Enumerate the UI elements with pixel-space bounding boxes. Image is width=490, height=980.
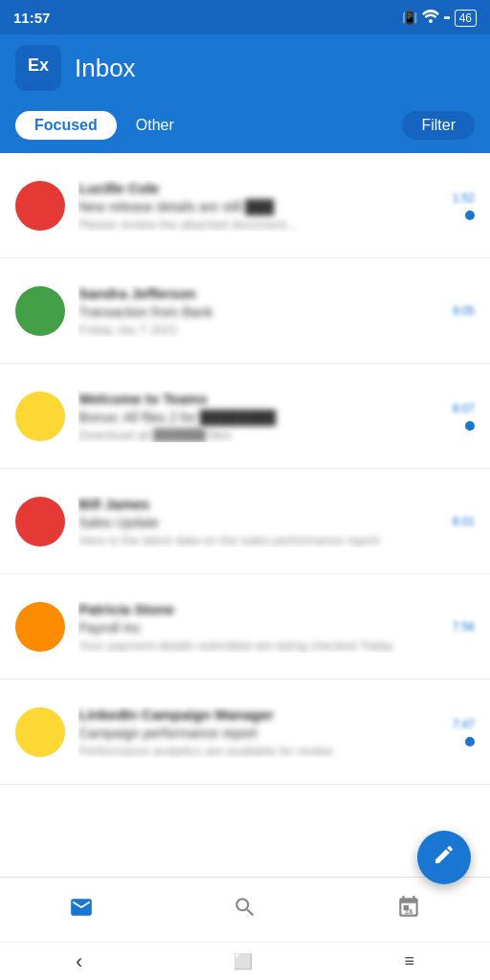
email-preview: Here is the latest data on the sales per…: [78, 533, 445, 547]
email-list: Lucille ColeNew release details are stil…: [0, 153, 490, 890]
compose-icon: [433, 843, 456, 872]
email-preview: Friday Jan 7 2021: [78, 323, 445, 337]
calendar-icon: 18: [396, 895, 421, 925]
search-icon: [233, 895, 257, 925]
email-preview: Download all ██████ files: [78, 428, 445, 442]
header: Ex Inbox: [0, 34, 490, 101]
email-meta: 8:01: [453, 515, 475, 528]
email-content: Welcome to TeamsBonus: All files 2 for █…: [78, 390, 445, 442]
nav-calendar[interactable]: 18: [326, 895, 490, 925]
filter-button[interactable]: Filter: [402, 111, 475, 140]
back-button[interactable]: ‹: [76, 949, 82, 974]
email-time: 8:01: [453, 515, 475, 528]
email-item[interactable]: LinkedIn Campaign ManagerCampaign perfor…: [0, 679, 490, 785]
email-time: 7:56: [453, 620, 475, 634]
email-sender: Bill James: [78, 496, 445, 512]
email-meta: 1:52: [453, 191, 475, 220]
svg-point-0: [429, 19, 433, 23]
vibrate-icon: 📳: [402, 11, 417, 25]
email-time: 1:52: [453, 191, 475, 205]
mail-icon: [69, 895, 94, 925]
email-preview: Your payment details submitted are being…: [78, 638, 445, 653]
email-sender: Sandra Jefferson: [78, 285, 445, 301]
avatar: [15, 181, 65, 231]
nav-search[interactable]: [164, 895, 327, 925]
email-meta: 9:05: [453, 304, 475, 318]
status-time: 11:57: [13, 10, 50, 26]
email-content: Lucille ColeNew release details are stil…: [78, 180, 445, 232]
email-sender: Welcome to Teams: [78, 390, 445, 407]
tab-other[interactable]: Other: [126, 111, 184, 140]
recents-button[interactable]: ≡: [404, 951, 414, 971]
email-meta: 7:47: [453, 718, 475, 746]
email-content: Bill JamesSales UpdateHere is the latest…: [78, 496, 445, 547]
email-time: 8:07: [453, 402, 475, 415]
email-time: 9:05: [453, 304, 475, 318]
avatar: [15, 707, 65, 757]
compose-fab[interactable]: [417, 831, 471, 884]
avatar: [15, 391, 65, 441]
email-subject: Payroll Inc: [78, 620, 445, 635]
email-item[interactable]: Welcome to TeamsBonus: All files 2 for █…: [0, 364, 490, 469]
email-item[interactable]: Patricia StonePayroll IncYour payment de…: [0, 574, 490, 679]
status-icons: 📳 ▪▪ 46: [402, 10, 477, 26]
email-preview: Performance analytics are available for …: [78, 744, 445, 758]
tab-focused[interactable]: Focused: [15, 111, 117, 140]
avatar: [15, 286, 65, 336]
bottom-nav: 18: [0, 877, 490, 942]
svg-text:18: 18: [404, 906, 412, 915]
email-item[interactable]: Lucille ColeNew release details are stil…: [0, 153, 490, 258]
unread-indicator: [465, 211, 475, 220]
wifi-icon: [422, 10, 439, 26]
home-button[interactable]: ⬜: [234, 952, 253, 970]
app-icon-label: Ex: [24, 51, 53, 85]
email-subject: Campaign performance report: [78, 725, 445, 741]
nav-mail[interactable]: [0, 895, 164, 925]
battery-icon: 46: [455, 11, 477, 25]
email-subject: Transaction from Bank: [78, 304, 445, 320]
status-bar: 11:57 📳 ▪▪ 46: [0, 0, 490, 34]
email-subject: Bonus: All files 2 for ████████: [78, 410, 445, 425]
email-content: Sandra JeffersonTransaction from BankFri…: [78, 285, 445, 337]
email-sender: Patricia Stone: [78, 601, 445, 617]
email-preview: Please review the attached document...: [78, 217, 445, 232]
email-item[interactable]: Bill JamesSales UpdateHere is the latest…: [0, 469, 490, 574]
email-time: 7:47: [453, 718, 475, 731]
email-sender: LinkedIn Campaign Manager: [78, 706, 445, 723]
email-subject: New release details are still ███: [78, 199, 445, 214]
tab-bar: Focused Other Filter: [0, 101, 490, 153]
email-item[interactable]: Sandra JeffersonTransaction from BankFri…: [0, 258, 490, 364]
svg-text:Ex: Ex: [28, 56, 49, 75]
email-sender: Lucille Cole: [78, 180, 445, 196]
unread-indicator: [465, 737, 475, 746]
email-content: Patricia StonePayroll IncYour payment de…: [78, 601, 445, 653]
email-meta: 7:56: [453, 620, 475, 634]
avatar: [15, 497, 65, 546]
avatar: [15, 602, 65, 652]
signal-icon: ▪▪: [444, 11, 450, 23]
unread-indicator: [465, 421, 475, 431]
email-subject: Sales Update: [78, 515, 445, 530]
header-title: Inbox: [75, 54, 136, 83]
email-content: LinkedIn Campaign ManagerCampaign perfor…: [78, 706, 445, 758]
app-icon: Ex: [15, 45, 61, 91]
email-meta: 8:07: [453, 402, 475, 431]
android-nav: ‹ ⬜ ≡: [0, 942, 490, 980]
